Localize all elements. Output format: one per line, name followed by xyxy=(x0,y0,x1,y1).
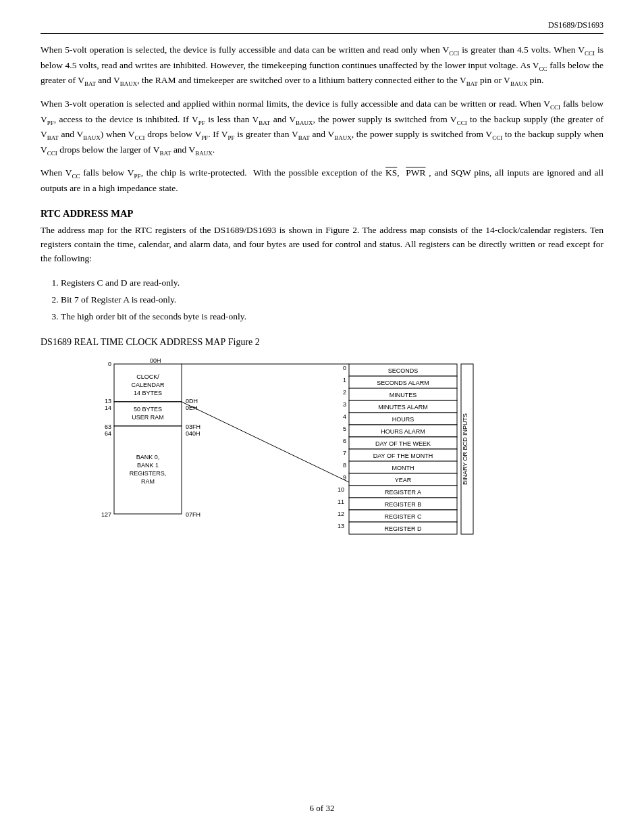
reg-idx-5: 5 xyxy=(343,425,346,432)
reg-label-6: DAY OF THE WEEK xyxy=(375,440,431,447)
reg-label-9: YEAR xyxy=(395,477,412,484)
reg-idx-12: 12 xyxy=(338,511,344,517)
reg-idx-7: 7 xyxy=(343,450,346,457)
bank-label-1: BANK 0, xyxy=(136,454,160,461)
reg-idx-3: 3 xyxy=(343,401,346,408)
numbered-list: Registers C and D are read-only. Bit 7 o… xyxy=(61,276,603,325)
addr-040h: 040H xyxy=(186,430,200,437)
reg-idx-10: 10 xyxy=(338,486,344,493)
figure-heading: DS1689 REAL TIME CLOCK ADDRESS MAP Figur… xyxy=(41,337,603,348)
reg-label-8: MONTH xyxy=(392,465,414,471)
diagram-container: 0 00H CLOCK/ CALENDAR 14 BYTES 13 0DH 14… xyxy=(41,355,603,557)
page-number: 6 of 32 xyxy=(310,803,335,813)
clock-cal-label-1: CLOCK/ xyxy=(136,373,159,380)
reg-label-13: REGISTER D xyxy=(384,525,422,532)
reg-label-5: HOURS ALARM xyxy=(381,428,425,435)
row-num-63: 63 xyxy=(105,423,111,430)
user-ram-label-1: 50 BYTES xyxy=(134,406,162,413)
clock-cal-label-2: CALENDAR xyxy=(131,382,165,388)
reg-label-11: REGISTER B xyxy=(385,501,422,508)
reg-label-4: HOURS xyxy=(392,416,414,423)
addr-0dh: 0DH xyxy=(186,398,198,405)
body-section: When 5-volt operation is selected, the d… xyxy=(41,43,603,196)
bank-label-2: BANK 1 xyxy=(137,462,159,469)
header-line: DS1689/DS1693 xyxy=(41,20,603,34)
reg-idx-9: 9 xyxy=(343,474,346,481)
footer: 6 of 32 xyxy=(0,803,644,814)
row-num-0: 0 xyxy=(108,361,111,367)
row-num-14: 14 xyxy=(105,405,111,411)
reg-label-2: MINUTES xyxy=(390,392,417,398)
addr-07fh: 07FH xyxy=(186,511,200,518)
reg-idx-11: 11 xyxy=(338,498,344,505)
row-num-64: 64 xyxy=(105,430,111,437)
figure-label: Figure 2 xyxy=(228,337,260,347)
row-num-13: 13 xyxy=(105,398,111,405)
reg-label-10: REGISTER A xyxy=(385,489,421,496)
addr-00h: 00H xyxy=(150,357,161,364)
reg-idx-1: 1 xyxy=(343,377,346,384)
paragraph-1: When 5-volt operation is selected, the d… xyxy=(41,43,603,89)
reg-label-0: SECONDS xyxy=(388,367,419,374)
section-heading: RTC ADDRESS MAP xyxy=(41,208,603,219)
reg-label-12: REGISTER C xyxy=(384,513,422,520)
reg-label-3: MINUTES ALARM xyxy=(378,404,428,411)
addr-0eh: 0EH xyxy=(186,405,198,411)
reg-idx-8: 8 xyxy=(343,462,346,469)
reg-idx-13: 13 xyxy=(338,523,344,529)
addr-03fh: 03FH xyxy=(186,423,200,430)
list-item-3: The high order bit of the seconds byte i… xyxy=(61,309,603,325)
list-item-2: Bit 7 of Register A is read-only. xyxy=(61,292,603,308)
address-map-diagram: 0 00H CLOCK/ CALENDAR 14 BYTES 13 0DH 14… xyxy=(86,355,558,557)
bank-label-4: RAM xyxy=(141,478,155,485)
list-item-1: Registers C and D are read-only. xyxy=(61,276,603,291)
section-description: The address map for the RTC registers of… xyxy=(41,224,603,266)
reg-idx-6: 6 xyxy=(343,438,346,444)
doc-number: DS1689/DS1693 xyxy=(548,20,603,30)
paragraph-2: When 3-volt operation is selected and ap… xyxy=(41,97,603,159)
reg-idx-0: 0 xyxy=(343,365,346,371)
reg-label-7: DAY OF THE MONTH xyxy=(373,452,433,459)
diagonal-1 xyxy=(182,402,349,482)
reg-label-1: SECONDS ALARM xyxy=(377,380,429,386)
reg-idx-4: 4 xyxy=(343,413,346,420)
user-ram-label-2: USER RAM xyxy=(132,414,164,421)
side-label-text: BINARY OR BCD INPUTS xyxy=(462,413,468,484)
clock-cal-label-3: 14 BYTES xyxy=(134,390,162,396)
paragraph-3: When VCC falls below VPF, the chip is wr… xyxy=(41,166,603,196)
row-num-127: 127 xyxy=(101,511,111,518)
reg-idx-2: 2 xyxy=(343,389,346,396)
page: DS1689/DS1693 When 5-volt operation is s… xyxy=(0,0,644,834)
bank-label-3: REGISTERS, xyxy=(130,470,167,477)
